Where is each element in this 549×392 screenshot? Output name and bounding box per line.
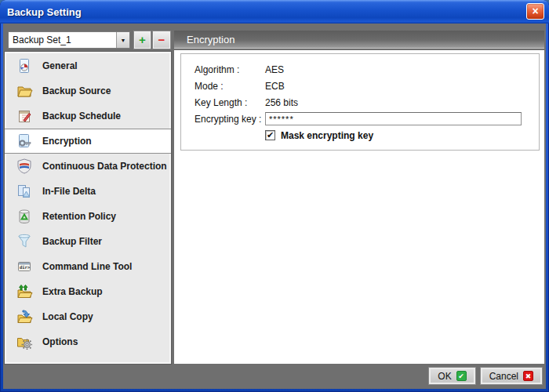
sidebar-item-label: Backup Source <box>42 85 111 96</box>
sidebar-item-local-copy[interactable]: Local Copy <box>6 304 169 329</box>
sidebar-item-label: Extra Backup <box>42 286 103 297</box>
mode-row: Mode : ECB <box>181 78 539 94</box>
close-icon[interactable]: × <box>526 3 544 20</box>
general-icon <box>16 57 33 74</box>
schedule-icon <box>16 107 33 125</box>
key-length-label: Key Length : <box>195 97 265 108</box>
encrypting-key-input[interactable] <box>265 112 522 125</box>
panel-title: Encryption <box>174 31 544 49</box>
sidebar-item-label: Backup Filter <box>42 236 102 247</box>
key-length-row: Key Length : 256 bits <box>181 94 539 111</box>
encryption-panel: Algorithm : AES Mode : ECB Key Length : … <box>174 50 544 364</box>
sidebar-item-cdp[interactable]: Continuous Data Protection <box>6 154 169 179</box>
sidebar-item-backup-filter[interactable]: Backup Filter <box>6 229 169 254</box>
remove-backup-set-button[interactable]: − <box>153 31 170 49</box>
shield-icon <box>16 158 33 175</box>
sidebar-item-in-file-delta[interactable]: In-File Delta <box>6 179 169 204</box>
bin-icon <box>16 208 33 225</box>
encrypting-key-label: Encrypting key : <box>195 114 265 125</box>
key-document-icon <box>16 132 33 150</box>
check-icon: ✔ <box>456 371 467 381</box>
mode-label: Mode : <box>195 81 265 92</box>
ok-button[interactable]: OK ✔ <box>429 368 474 384</box>
sidebar-item-command-line-tool[interactable]: dir> Command Line Tool <box>6 254 169 279</box>
cancel-button-label: Cancel <box>489 371 518 382</box>
funnel-icon <box>16 233 33 250</box>
sidebar-item-label: In-File Delta <box>42 186 96 197</box>
algorithm-label: Algorithm : <box>195 64 265 75</box>
sidebar-item-label: Continuous Data Protection <box>42 161 167 172</box>
mode-value: ECB <box>265 81 285 92</box>
mask-key-row: ✔ Mask encrypting key <box>265 127 539 143</box>
footer-buttons: OK ✔ Cancel ✖ <box>429 368 542 384</box>
add-backup-set-button[interactable]: + <box>134 31 151 49</box>
check-icon: ✔ <box>267 131 274 140</box>
window-title: Backup Setting <box>7 6 82 18</box>
backup-set-selector[interactable]: Backup Set_1 ▼ <box>8 31 130 49</box>
sidebar: General Backup Source Backup Schedule En… <box>5 52 171 364</box>
ok-button-label: OK <box>438 371 451 382</box>
sidebar-item-label: Options <box>42 336 78 347</box>
sidebar-item-backup-source[interactable]: Backup Source <box>6 78 169 103</box>
cross-icon: ✖ <box>523 371 533 381</box>
sidebar-item-options[interactable]: Options <box>6 329 169 354</box>
delta-icon <box>16 183 33 200</box>
mask-encrypting-key-checkbox[interactable]: ✔ <box>265 130 275 140</box>
sidebar-item-backup-schedule[interactable]: Backup Schedule <box>6 103 169 129</box>
folder-copy-icon <box>16 308 33 325</box>
sidebar-item-extra-backup[interactable]: Extra Backup <box>6 279 169 304</box>
encrypting-key-row: Encrypting key : <box>181 111 539 127</box>
mask-encrypting-key-label[interactable]: Mask encrypting key <box>281 130 373 141</box>
sidebar-item-encryption[interactable]: Encryption <box>5 129 171 154</box>
titlebar[interactable]: Backup Setting × <box>0 0 549 24</box>
sidebar-item-label: Command Line Tool <box>42 261 132 272</box>
folder-gear-icon <box>16 333 33 350</box>
backup-setting-dialog: Backup Setting × Backup Set_1 ▼ + − Gene… <box>0 0 549 392</box>
sidebar-item-label: General <box>42 60 78 71</box>
svg-text:dir>: dir> <box>20 265 31 270</box>
sidebar-item-label: Backup Schedule <box>42 111 121 122</box>
sidebar-item-label: Encryption <box>42 136 92 147</box>
encryption-groupbox: Algorithm : AES Mode : ECB Key Length : … <box>180 53 540 151</box>
sidebar-item-retention-policy[interactable]: Retention Policy <box>6 204 169 229</box>
cancel-button[interactable]: Cancel ✖ <box>481 368 542 384</box>
algorithm-row: Algorithm : AES <box>181 61 539 78</box>
folder-up-arrows-icon <box>16 283 33 300</box>
folder-icon <box>16 82 33 100</box>
sidebar-item-label: Local Copy <box>42 311 93 322</box>
dialog-body: Backup Set_1 ▼ + − General Backup Source… <box>3 24 546 389</box>
algorithm-value: AES <box>265 64 284 75</box>
chevron-down-icon[interactable]: ▼ <box>116 32 129 48</box>
key-length-value: 256 bits <box>265 97 298 108</box>
terminal-icon: dir> <box>16 258 33 275</box>
backup-set-value: Backup Set_1 <box>9 34 116 45</box>
sidebar-item-general[interactable]: General <box>6 53 169 78</box>
sidebar-item-label: Retention Policy <box>42 211 116 222</box>
